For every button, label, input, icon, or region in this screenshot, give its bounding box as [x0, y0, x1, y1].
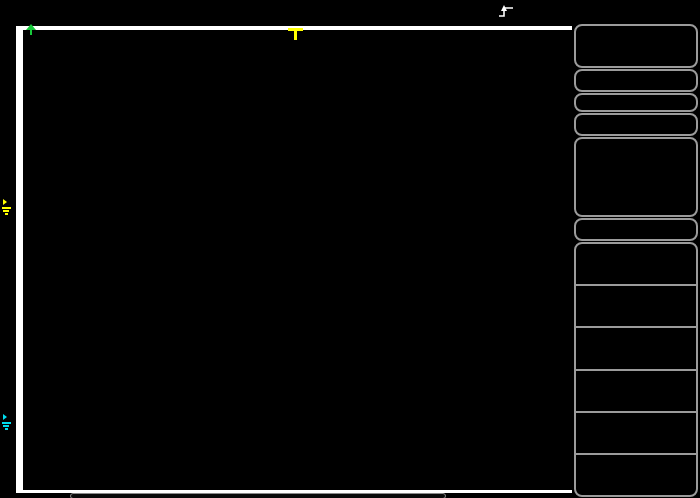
right-triangle-icon — [3, 199, 7, 205]
left-ruler — [16, 26, 23, 490]
device-model-row — [574, 93, 698, 112]
measurement-row[interactable] — [576, 284, 696, 326]
sidebar — [572, 24, 700, 498]
ch1-row[interactable] — [576, 142, 696, 162]
measurement-row[interactable] — [576, 369, 696, 411]
ground-symbol-icon — [2, 422, 16, 430]
channel-box — [574, 137, 698, 217]
right-triangle-icon — [3, 414, 7, 420]
top-status-bar — [0, 0, 700, 24]
scope-display — [0, 24, 572, 498]
ch2-ground-marker[interactable] — [2, 412, 16, 431]
oscilloscope-app — [0, 0, 700, 498]
measurement-row[interactable] — [576, 244, 696, 284]
measurement-box — [574, 242, 698, 497]
rising-edge-trigger-icon[interactable] — [498, 4, 514, 21]
green-up-arrow-icon[interactable] — [25, 24, 37, 35]
measurement-row[interactable] — [576, 326, 696, 368]
sample-rate-row[interactable] — [574, 69, 698, 92]
measurement-row[interactable] — [576, 411, 696, 453]
logo-box — [574, 24, 698, 68]
trigger-position-marker-icon[interactable] — [288, 27, 303, 41]
scope-canvas — [23, 30, 572, 490]
channel-section-header[interactable] — [574, 113, 698, 136]
horizontal-scrollbar[interactable] — [70, 493, 446, 498]
ch2-row[interactable] — [576, 162, 696, 182]
ground-symbol-icon — [2, 207, 16, 215]
measure-section-header[interactable] — [574, 218, 698, 241]
measurement-row[interactable] — [576, 453, 696, 495]
ch1-ground-marker[interactable] — [2, 197, 16, 216]
